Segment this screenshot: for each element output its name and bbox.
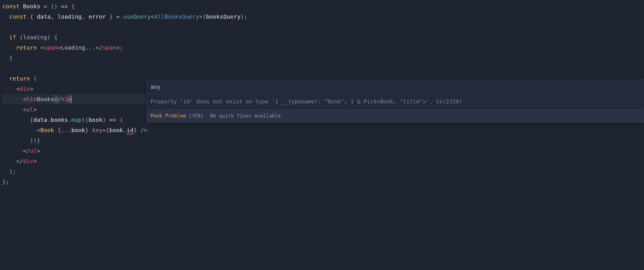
text-cursor xyxy=(71,96,72,103)
code-line[interactable]: ········))} xyxy=(2,135,642,146)
code-line[interactable]: ····return <span>Loading...</span>; xyxy=(2,42,642,53)
code-line-empty[interactable] xyxy=(2,22,642,32)
no-quick-fix-label: No quick fixes available xyxy=(210,111,281,121)
code-line[interactable]: ··} xyxy=(2,53,642,63)
hover-actions: Peek Problem (⌥F8) No quick fixes availa… xyxy=(147,109,644,123)
identifier: Books xyxy=(23,3,40,10)
keyword-const: const xyxy=(2,3,19,10)
code-line-empty[interactable] xyxy=(2,63,642,73)
jsx-tag: span xyxy=(44,44,58,51)
code-line[interactable]: ··if (loading) { xyxy=(2,32,642,42)
type-name: AllBooksQuery xyxy=(154,13,199,20)
jsx-tag: div xyxy=(19,85,30,92)
code-line[interactable]: ······</ul> xyxy=(2,146,642,156)
code-line[interactable]: ····</div> xyxy=(2,156,642,166)
jsx-tag: ul xyxy=(26,106,33,113)
hover-type: any xyxy=(147,79,644,95)
code-line[interactable]: }; xyxy=(2,177,642,187)
code-line[interactable]: const Books = () => { xyxy=(2,1,642,11)
keyword-if: if xyxy=(9,34,16,41)
code-line[interactable]: ··); xyxy=(2,166,642,177)
function-call: useQuery xyxy=(123,13,151,20)
jsx-attr: key xyxy=(92,127,102,134)
jsx-tag: h1 xyxy=(26,96,33,103)
keyword-const: const xyxy=(9,13,26,20)
error-token[interactable]: id xyxy=(127,127,134,134)
keyword-return: return xyxy=(16,44,37,51)
hover-tooltip: any Property 'id' does not exist on type… xyxy=(146,79,644,123)
code-line[interactable]: ··········<Book {...book} key={book.id} … xyxy=(2,125,642,135)
hover-error-message: Property 'id' does not exist on type '{ … xyxy=(147,95,644,109)
code-line[interactable]: ··const { data, loading, error } = useQu… xyxy=(2,11,642,22)
matching-bracket: < xyxy=(54,96,58,103)
keyword-return: return xyxy=(9,75,30,82)
jsx-component: Book xyxy=(40,127,54,134)
peek-problem-link[interactable]: Peek Problem (⌥F8) xyxy=(151,111,203,121)
